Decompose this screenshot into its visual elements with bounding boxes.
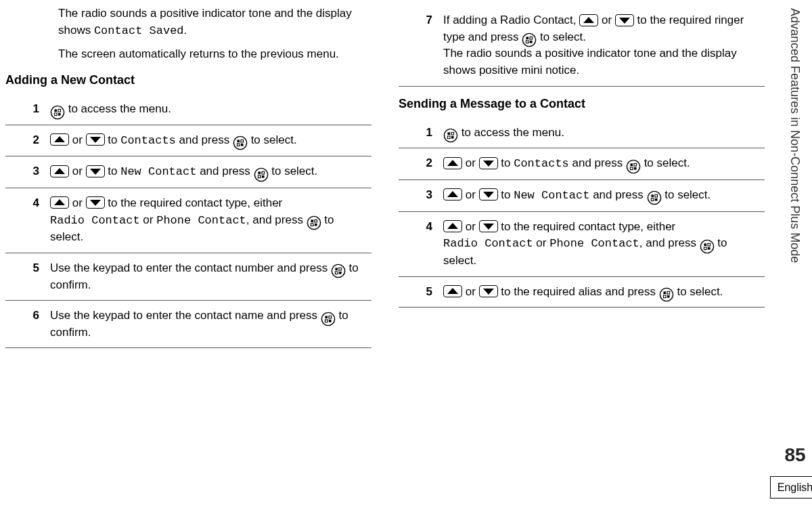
svg-rect-47 bbox=[654, 195, 657, 198]
ok-button-icon bbox=[647, 190, 662, 205]
svg-rect-7 bbox=[241, 140, 244, 143]
svg-rect-3 bbox=[54, 112, 57, 115]
svg-rect-58 bbox=[663, 295, 666, 298]
step-body: to access the menu. bbox=[50, 101, 367, 118]
ok-button-icon bbox=[443, 128, 458, 143]
svg-point-5 bbox=[233, 137, 246, 150]
svg-rect-2 bbox=[58, 109, 61, 112]
ok-button-icon bbox=[321, 312, 336, 326]
page: The radio sounds a positive indicator to… bbox=[0, 0, 812, 508]
svg-point-25 bbox=[321, 312, 334, 325]
step-body: or to the required alias and press to se… bbox=[443, 284, 761, 301]
step-number: 3 bbox=[22, 163, 42, 181]
svg-rect-29 bbox=[329, 320, 332, 322]
step-body: or to New Contact and press to select. bbox=[443, 187, 761, 205]
step-body: If adding a Radio Contact, or to the req… bbox=[443, 12, 761, 79]
svg-point-10 bbox=[254, 168, 267, 181]
svg-rect-22 bbox=[339, 268, 342, 271]
left-column: The radio sounds a positive indicator to… bbox=[5, 5, 371, 503]
step-row: 4 or to the required contact type, eithe… bbox=[5, 188, 371, 253]
ok-button-icon bbox=[522, 33, 537, 47]
nav-up-icon bbox=[50, 165, 69, 177]
nav-down-icon bbox=[479, 188, 498, 200]
step-row: 6Use the keypad to enter the contact nam… bbox=[5, 301, 371, 348]
svg-rect-6 bbox=[237, 140, 240, 143]
nav-up-icon bbox=[579, 14, 598, 26]
svg-rect-56 bbox=[663, 291, 666, 294]
svg-rect-18 bbox=[311, 224, 313, 226]
intro-paragraph: The screen automatically returns to the … bbox=[58, 46, 367, 63]
nav-down-icon bbox=[479, 220, 498, 232]
svg-point-35 bbox=[444, 129, 457, 142]
step-body: or to Contacts and press to select. bbox=[50, 132, 367, 150]
step-row: 1 to access the menu. bbox=[5, 94, 371, 125]
step-row: 7If adding a Radio Contact, or to the re… bbox=[399, 5, 765, 87]
ok-button-icon bbox=[233, 135, 248, 150]
language-label: English bbox=[770, 476, 812, 499]
display-text: New Contact bbox=[514, 189, 589, 202]
svg-rect-54 bbox=[708, 247, 710, 250]
svg-rect-11 bbox=[258, 171, 261, 174]
step-row: 2 or to Contacts and press to select. bbox=[5, 125, 371, 157]
ok-button-icon bbox=[254, 167, 269, 182]
nav-down-icon bbox=[86, 133, 105, 146]
nav-down-icon bbox=[86, 165, 105, 177]
ok-button-icon bbox=[700, 239, 715, 254]
svg-point-55 bbox=[660, 288, 673, 301]
step-body: Use the keypad to enter the contact numb… bbox=[50, 260, 367, 293]
intro-block: The radio sounds a positive indicator to… bbox=[5, 5, 371, 63]
step-number: 2 bbox=[22, 132, 42, 150]
svg-rect-36 bbox=[447, 133, 450, 135]
svg-rect-21 bbox=[335, 268, 338, 271]
svg-rect-44 bbox=[634, 167, 637, 170]
svg-rect-26 bbox=[325, 316, 328, 318]
nav-down-icon bbox=[479, 157, 498, 169]
step-number: 5 bbox=[22, 260, 42, 293]
ok-button-icon bbox=[626, 159, 641, 174]
ok-button-icon bbox=[659, 287, 674, 302]
nav-up-icon bbox=[443, 157, 462, 169]
step-number: 3 bbox=[415, 187, 435, 205]
display-text: Phone Contact bbox=[156, 214, 246, 227]
nav-up-icon bbox=[50, 133, 69, 146]
display-text: Contacts bbox=[120, 134, 176, 147]
svg-rect-46 bbox=[651, 195, 654, 198]
svg-point-15 bbox=[307, 216, 320, 229]
step-row: 4 or to the required contact type, eithe… bbox=[399, 212, 765, 277]
display-text: Radio Contact bbox=[443, 237, 533, 250]
page-number: 85 bbox=[784, 442, 805, 469]
svg-point-20 bbox=[332, 265, 344, 278]
svg-rect-57 bbox=[667, 291, 670, 294]
step-list-left: 1 to access the menu.2 or to Contacts an… bbox=[5, 94, 371, 348]
step-row: 1 to access the menu. bbox=[399, 118, 765, 149]
ok-button-icon bbox=[307, 215, 321, 230]
svg-point-0 bbox=[51, 106, 64, 119]
svg-rect-28 bbox=[325, 320, 328, 322]
svg-rect-41 bbox=[630, 163, 633, 166]
step-list-right-top: 7If adding a Radio Contact, or to the re… bbox=[399, 5, 765, 87]
step-number: 4 bbox=[22, 195, 42, 246]
svg-rect-51 bbox=[704, 243, 706, 246]
svg-rect-16 bbox=[311, 220, 313, 223]
nav-down-icon bbox=[479, 285, 498, 297]
svg-rect-38 bbox=[447, 136, 450, 139]
svg-rect-23 bbox=[335, 272, 338, 274]
step-number: 7 bbox=[415, 12, 435, 79]
svg-rect-48 bbox=[651, 198, 654, 201]
step-body: or to Contacts and press to select. bbox=[443, 155, 761, 173]
step-list-right: 1 to access the menu.2 or to Contacts an… bbox=[399, 118, 765, 308]
svg-rect-32 bbox=[530, 37, 533, 40]
svg-rect-43 bbox=[630, 167, 633, 170]
step-row: 5Use the keypad to enter the contact num… bbox=[5, 253, 371, 301]
svg-rect-13 bbox=[258, 175, 261, 178]
svg-point-45 bbox=[648, 192, 660, 205]
page-footer: 85 English bbox=[770, 442, 812, 501]
svg-rect-42 bbox=[634, 163, 637, 166]
display-text: New Contact bbox=[120, 165, 196, 178]
svg-rect-1 bbox=[54, 109, 57, 112]
nav-up-icon bbox=[443, 188, 462, 200]
step-row: 3 or to New Contact and press to select. bbox=[5, 156, 371, 188]
content-columns: The radio sounds a positive indicator to… bbox=[0, 0, 778, 508]
step-body: to access the menu. bbox=[443, 125, 761, 142]
svg-rect-24 bbox=[339, 272, 342, 274]
